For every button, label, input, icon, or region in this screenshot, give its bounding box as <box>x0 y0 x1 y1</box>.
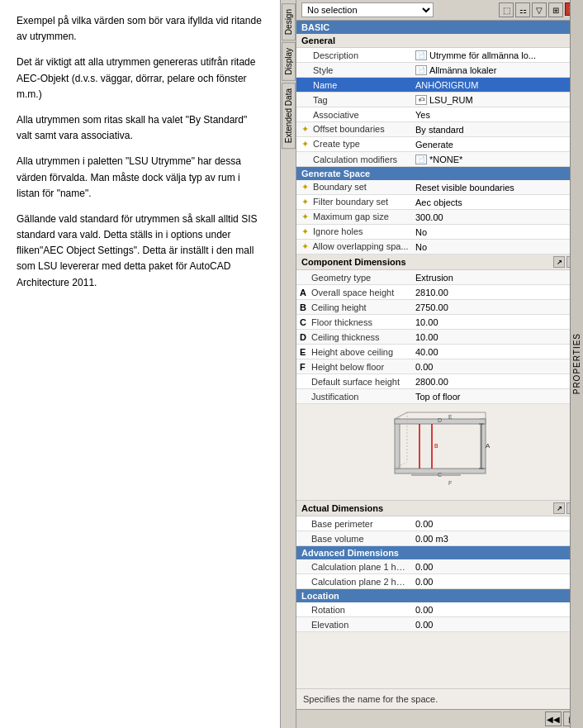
star-icon-filterboundary: ✦ <box>301 197 309 207</box>
icon-4[interactable]: ⊞ <box>548 2 563 17</box>
value-ceilingheight[interactable]: 2750.00 <box>412 302 583 313</box>
prop-row-description: Description 📄 Utrymme för allmänna lo... <box>296 48 583 63</box>
space-diagram: A B D C F <box>296 404 583 501</box>
prop-row-justification: Justification Top of floor <box>296 389 583 404</box>
value-filterboundary[interactable]: Aec objects <box>412 197 583 208</box>
svg-text:D: D <box>438 417 442 423</box>
prop-row-ignoreholes: ✦ Ignore holes No <box>296 225 583 240</box>
prop-row-defaultsurface: Default surface height 2800.00 <box>296 374 583 389</box>
label-overallheight: A Overall space height <box>296 287 412 298</box>
value-geomtype[interactable]: Extrusion <box>412 272 583 283</box>
label-tag: Tag <box>296 94 412 106</box>
letter-c: C <box>300 317 311 327</box>
label-maxgap: ✦ Maximum gap size <box>296 211 412 223</box>
advanced-dimensions-header[interactable]: Advanced Dimensions ▲ <box>296 546 583 559</box>
value-defaultsurface[interactable]: 2800.00 <box>412 376 583 388</box>
svg-text:E: E <box>448 414 453 420</box>
footer-text: Specifies the name for the space. <box>303 694 438 704</box>
label-floorthickness: C Floor thickness <box>296 316 412 328</box>
paragraph-4: Alla utrymmen i paletten "LSU Utrymme" h… <box>17 154 263 202</box>
value-rotation[interactable]: 0.00 <box>412 604 583 616</box>
value-floorthickness[interactable]: 10.00 <box>412 316 583 328</box>
icon-3[interactable]: ▽ <box>532 2 547 17</box>
value-associative[interactable]: Yes <box>412 109 583 121</box>
prop-row-allowoverlap: ✦ Allow overlapping spa... No <box>296 240 583 255</box>
left-panel: Exempel på vilka värden som bör vara ify… <box>0 0 281 728</box>
ad-icon-1[interactable]: ↗ <box>553 502 565 514</box>
display-tab[interactable]: Display <box>282 42 296 81</box>
value-boundaryset[interactable]: Reset visible boundaries <box>412 182 583 193</box>
label-style: Style <box>296 64 412 76</box>
value-tag[interactable]: 🏷 LSU_RUM <box>412 94 583 106</box>
prop-row-maxgap: ✦ Maximum gap size 300.00 <box>296 210 583 225</box>
svg-text:B: B <box>434 443 438 449</box>
label-calcplane1: Calculation plane 1 he... <box>296 561 412 573</box>
location-section-header[interactable]: Location ▲ <box>296 589 583 602</box>
label-basevolume: Base volume <box>296 533 412 545</box>
icon-1[interactable]: ⬚ <box>499 2 514 17</box>
advanced-dimensions-label: Advanced Dimensions <box>301 548 399 558</box>
spacer <box>296 632 583 682</box>
label-geomtype: Geometry type <box>296 272 412 283</box>
value-calcplane1[interactable]: 0.00 <box>412 561 583 573</box>
basic-label: BASIC <box>301 22 329 32</box>
label-associative: Associative <box>296 109 412 121</box>
value-style[interactable]: 📄 Allmänna lokaler <box>412 64 583 76</box>
generate-space-section-header[interactable]: Generate Space ▲ <box>296 167 583 180</box>
properties-side-tab[interactable]: PROPERTIES <box>571 326 583 401</box>
properties-side-tab-container: PROPERTIES <box>570 0 583 728</box>
paragraph-3: Alla utrymmen som ritas skall ha valet "… <box>17 112 263 144</box>
label-elevation: Elevation <box>296 619 412 630</box>
value-name[interactable]: ANHÖRIGRUM ▼ <box>412 79 583 91</box>
letter-d: D <box>300 332 311 342</box>
value-elevation[interactable]: 0.00 <box>412 619 583 630</box>
prop-row-geomtype: Geometry type Extrusion <box>296 270 583 285</box>
label-filterboundary: ✦ Filter boundary set <box>296 196 412 208</box>
star-icon-ignoreholes: ✦ <box>301 226 309 236</box>
bottom-toolbar: ◀◀ ▦ <box>296 709 583 728</box>
side-tabs: Design Display Extended Data <box>281 0 296 728</box>
star-icon-createtype: ✦ <box>301 139 309 149</box>
value-basevolume[interactable]: 0.00 m3 <box>412 533 583 545</box>
toolbar-btn-back[interactable]: ◀◀ <box>545 711 562 726</box>
value-description[interactable]: 📄 Utrymme för allmänna lo... <box>412 50 583 61</box>
design-tab[interactable]: Design <box>282 3 296 40</box>
value-heightbelowfloor[interactable]: 0.00 <box>412 361 583 373</box>
value-overallheight[interactable]: 2810.00 <box>412 287 583 298</box>
props-content[interactable]: BASIC ▲ General ▲ Description 📄 Utrymme … <box>296 21 583 688</box>
star-icon-maxgap: ✦ <box>301 212 309 221</box>
properties-panel: No selection ⬚ ⚏ ▽ ⊞ × BASIC ▲ General ▲ <box>296 0 583 728</box>
label-ceilingheight: B Ceiling height <box>296 302 412 313</box>
label-createtype: ✦ Create type <box>296 138 412 150</box>
label-justification: Justification <box>296 391 412 402</box>
value-justification[interactable]: Top of floor <box>412 391 583 402</box>
label-rotation: Rotation <box>296 604 412 616</box>
prop-row-createtype: ✦ Create type Generate <box>296 137 583 152</box>
file-icon-calcmod: 📄 <box>415 155 427 164</box>
selection-dropdown[interactable]: No selection <box>301 2 434 17</box>
prop-row-ceilingthickness: D Ceiling thickness 10.00 <box>296 330 583 345</box>
icon-2[interactable]: ⚏ <box>515 2 530 17</box>
value-calcmod[interactable]: 📄 *NONE* <box>412 154 583 165</box>
prop-row-heightbelowfloor: F Height below floor 0.00 <box>296 359 583 374</box>
basic-section-header[interactable]: BASIC ▲ <box>296 21 583 34</box>
value-calcplane2[interactable]: 0.00 <box>412 576 583 588</box>
value-ceilingthickness[interactable]: 10.00 <box>412 331 583 343</box>
value-baseperimeter[interactable]: 0.00 <box>412 518 583 530</box>
paragraph-5: Gällande vald standard för utrymmen så s… <box>17 212 263 291</box>
prop-row-baseperimeter: Base perimeter 0.00 <box>296 516 583 531</box>
extended-data-tab[interactable]: Extended Data <box>282 83 296 149</box>
value-heightaboveceiling[interactable]: 40.00 <box>412 346 583 358</box>
value-maxgap[interactable]: 300.00 <box>412 212 583 223</box>
prop-row-ceilingheight: B Ceiling height 2750.00 <box>296 300 583 315</box>
prop-row-boundaryset: ✦ Boundary set Reset visible boundaries <box>296 180 583 195</box>
svg-rect-1 <box>395 419 400 469</box>
value-createtype[interactable]: Generate <box>412 139 583 150</box>
location-label: Location <box>301 591 339 601</box>
value-ignoreholes[interactable]: No <box>412 226 583 238</box>
value-allowoverlap[interactable]: No <box>412 241 583 253</box>
cd-icon-1[interactable]: ↗ <box>553 256 565 268</box>
label-ignoreholes: ✦ Ignore holes <box>296 226 412 238</box>
right-container: Design Display Extended Data No selectio… <box>281 0 583 728</box>
value-offset[interactable]: By standard <box>412 124 583 136</box>
